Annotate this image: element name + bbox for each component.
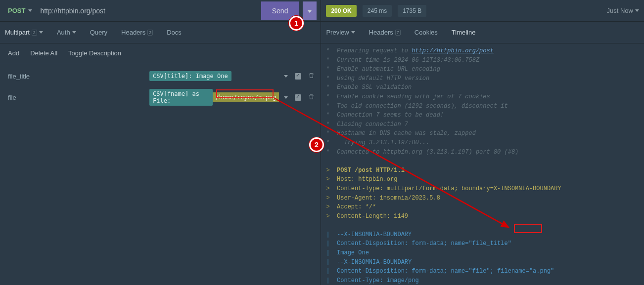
request-url-link[interactable]: http://httpbin.org/post	[412, 47, 494, 54]
toggle-description-button[interactable]: Toggle Description	[68, 49, 121, 57]
chevron-down-icon	[28, 9, 32, 12]
tab-label: Auth	[57, 29, 70, 36]
chevron-down-icon[interactable]	[284, 96, 288, 99]
enabled-checkbox[interactable]	[295, 73, 301, 80]
tab-cookies[interactable]: Cookies	[414, 29, 438, 36]
timeline-output: * Preparing request to http://httpbin.or…	[321, 43, 644, 285]
tab-label: Timeline	[452, 29, 476, 36]
tab-label: Headers	[369, 29, 393, 36]
template-tag[interactable]: CSV[fname] as File:	[149, 89, 213, 106]
enabled-checkbox[interactable]	[295, 94, 301, 101]
trash-icon[interactable]	[308, 72, 315, 81]
badge: 2	[32, 30, 37, 36]
badge: 7	[395, 30, 401, 36]
tab-label: Preview	[326, 29, 349, 36]
response-age-label: Just Now	[607, 7, 633, 14]
chevron-down-icon	[39, 31, 43, 34]
response-size: 1735 B	[398, 5, 426, 17]
send-dropdown-button[interactable]	[303, 1, 317, 20]
tab-docs[interactable]: Docs	[167, 29, 182, 36]
status-badge: 200 OK	[326, 5, 356, 17]
trash-icon[interactable]	[308, 93, 315, 102]
tab-body[interactable]: Multipart 2	[5, 29, 43, 36]
tab-query[interactable]: Query	[90, 29, 107, 36]
template-tag[interactable]: CSV[title]: Image One	[149, 71, 231, 81]
chevron-down-icon	[635, 9, 639, 12]
chevron-down-icon	[351, 31, 355, 34]
method-selector[interactable]: POST	[4, 5, 36, 16]
delete-all-button[interactable]: Delete All	[30, 49, 57, 57]
tab-auth[interactable]: Auth	[57, 29, 76, 36]
method-label: POST	[8, 7, 25, 14]
response-history-dropdown[interactable]: Just Now	[607, 7, 639, 14]
chevron-down-icon	[72, 31, 76, 34]
file-path-tag[interactable]: /home/reyes/a.png	[213, 92, 279, 102]
response-time: 245 ms	[363, 5, 392, 17]
form-key-input[interactable]: file	[6, 94, 149, 101]
chevron-down-icon[interactable]	[284, 75, 288, 78]
form-key-input[interactable]: file_title	[6, 73, 149, 80]
annotation-marker-2: 2	[309, 137, 324, 152]
annotation-marker-1: 1	[289, 16, 304, 31]
tab-label: Headers	[121, 29, 145, 36]
tab-response-headers[interactable]: Headers 7	[369, 29, 401, 36]
tab-label: Docs	[167, 29, 182, 36]
chevron-down-icon	[308, 10, 312, 13]
tab-label: Cookies	[414, 29, 438, 36]
badge: 2	[147, 30, 153, 36]
tab-label: Multipart	[5, 29, 30, 36]
tab-label: Query	[90, 29, 107, 36]
tab-headers[interactable]: Headers 2	[121, 29, 153, 36]
form-row: file CSV[fname] as File:/home/reyes/a.pn…	[6, 85, 315, 110]
tab-timeline[interactable]: Timeline	[452, 29, 476, 36]
tab-preview[interactable]: Preview	[326, 29, 355, 36]
add-button[interactable]: Add	[8, 49, 19, 57]
url-input[interactable]	[40, 7, 257, 15]
form-row: file_title CSV[title]: Image One	[6, 67, 315, 85]
